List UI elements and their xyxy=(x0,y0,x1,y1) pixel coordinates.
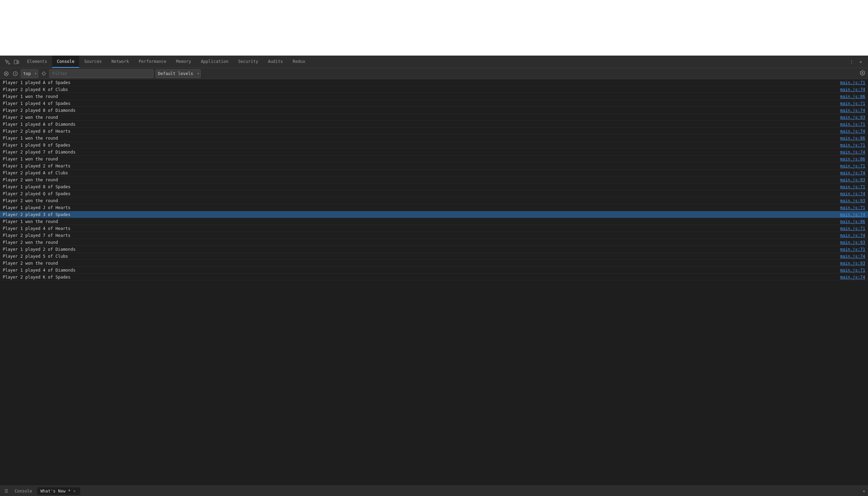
table-row[interactable]: Player 1 played A of Spadesmain.js:71 xyxy=(0,79,868,86)
table-row[interactable]: Player 1 played A of Diamondsmain.js:71 xyxy=(0,121,868,128)
console-source-link[interactable]: main.js:74 xyxy=(840,171,865,175)
console-message: Player 1 played J of Hearts xyxy=(3,205,837,210)
table-row[interactable]: Player 2 played 7 of Diamondsmain.js:74 xyxy=(0,149,868,156)
more-tabs-icon[interactable]: ⋮ xyxy=(849,59,855,65)
tab-console[interactable]: Console xyxy=(52,56,80,68)
context-select-wrapper[interactable]: top xyxy=(21,69,38,78)
console-source-link[interactable]: main.js:74 xyxy=(840,191,865,196)
console-source-link[interactable]: main.js:74 xyxy=(840,108,865,113)
level-select-wrapper[interactable]: Default levels xyxy=(156,69,201,78)
console-toolbar: top Default levels xyxy=(0,68,868,79)
console-source-link[interactable]: main.js:71 xyxy=(840,226,865,231)
preserve-log-icon[interactable] xyxy=(12,70,19,77)
console-source-link[interactable]: main.js:71 xyxy=(840,205,865,210)
console-source-link[interactable]: main.js:71 xyxy=(840,164,865,168)
console-source-link[interactable]: main.js:71 xyxy=(840,143,865,148)
bottom-tab-whats-new[interactable]: What's New * ✕ xyxy=(37,487,81,495)
table-row[interactable]: Player 1 won the roundmain.js:86 xyxy=(0,135,868,142)
console-output[interactable]: Player 1 played A of Spadesmain.js:71Pla… xyxy=(0,79,868,486)
tab-sources[interactable]: Sources xyxy=(79,56,107,68)
table-row[interactable]: Player 1 played 8 of Spadesmain.js:71 xyxy=(0,183,868,190)
console-source-link[interactable]: main.js:86 xyxy=(840,157,865,162)
table-row[interactable]: Player 1 played J of Heartsmain.js:71 xyxy=(0,204,868,211)
table-row[interactable]: Player 1 won the roundmain.js:86 xyxy=(0,93,868,100)
console-source-link[interactable]: main.js:86 xyxy=(840,94,865,99)
table-row[interactable]: Player 2 played 7 of Heartsmain.js:74 xyxy=(0,232,868,239)
console-source-link[interactable]: main.js:93 xyxy=(840,240,865,245)
console-message: Player 1 played A of Diamonds xyxy=(3,122,837,127)
console-source-link[interactable]: main.js:74 xyxy=(840,233,865,238)
console-source-link[interactable]: main.js:74 xyxy=(840,212,865,217)
filter-input[interactable] xyxy=(49,69,153,78)
tab-network[interactable]: Network xyxy=(107,56,134,68)
console-source-link[interactable]: main.js:74 xyxy=(840,129,865,134)
console-message: Player 2 won the round xyxy=(3,115,837,120)
table-row[interactable]: Player 2 won the roundmain.js:93 xyxy=(0,260,868,267)
console-source-link[interactable]: main.js:71 xyxy=(840,184,865,189)
console-source-link[interactable]: main.js:74 xyxy=(840,150,865,155)
console-source-link[interactable]: main.js:86 xyxy=(840,136,865,141)
table-row[interactable]: Player 2 played Q of Spadesmain.js:74 xyxy=(0,190,868,197)
table-row[interactable]: Player 2 played 3 of Spadesmain.js:74 xyxy=(0,211,868,218)
console-source-link[interactable]: main.js:86 xyxy=(840,219,865,224)
table-row[interactable]: Player 2 won the roundmain.js:93 xyxy=(0,197,868,204)
console-message: Player 1 won the round xyxy=(3,136,837,141)
svg-point-7 xyxy=(42,72,45,75)
bottom-bar-menu-icon[interactable]: ☰ xyxy=(3,488,10,495)
table-row[interactable]: Player 1 played 4 of Heartsmain.js:71 xyxy=(0,225,868,232)
console-message: Player 2 played A of Clubs xyxy=(3,171,837,175)
console-source-link[interactable]: main.js:93 xyxy=(840,198,865,203)
show-live-expression-icon[interactable] xyxy=(40,70,47,77)
console-message: Player 1 played 2 of Diamonds xyxy=(3,247,837,252)
console-message: Player 2 played Q of Spades xyxy=(3,191,837,196)
bottom-tab-console[interactable]: Console xyxy=(11,487,36,495)
console-settings-icon[interactable] xyxy=(860,70,865,77)
table-row[interactable]: Player 1 played 4 of Diamondsmain.js:71 xyxy=(0,267,868,274)
table-row[interactable]: Player 2 played K of Clubsmain.js:74 xyxy=(0,86,868,93)
table-row[interactable]: Player 2 played K of Spadesmain.js:74 xyxy=(0,274,868,281)
table-row[interactable]: Player 1 played 2 of Heartsmain.js:71 xyxy=(0,163,868,170)
console-source-link[interactable]: main.js:71 xyxy=(840,247,865,252)
table-row[interactable]: Player 2 won the roundmain.js:93 xyxy=(0,239,868,246)
level-select[interactable]: Default levels xyxy=(156,69,201,78)
tab-audits[interactable]: Audits xyxy=(263,56,288,68)
bottom-tab-close-icon[interactable]: ✕ xyxy=(72,489,77,494)
table-row[interactable]: Player 2 played A of Clubsmain.js:74 xyxy=(0,170,868,176)
table-row[interactable]: Player 1 played 4 of Spadesmain.js:71 xyxy=(0,100,868,107)
tab-security[interactable]: Security xyxy=(233,56,263,68)
clear-console-icon[interactable] xyxy=(3,70,10,77)
tab-application[interactable]: Application xyxy=(196,56,233,68)
console-source-link[interactable]: main.js:93 xyxy=(840,115,865,120)
context-select[interactable]: top xyxy=(21,69,38,78)
console-source-link[interactable]: main.js:71 xyxy=(840,268,865,273)
table-row[interactable]: Player 2 won the roundmain.js:93 xyxy=(0,114,868,121)
console-source-link[interactable]: main.js:71 xyxy=(840,122,865,127)
console-message: Player 1 won the round xyxy=(3,219,837,224)
inspect-icon[interactable] xyxy=(4,59,10,65)
table-row[interactable]: Player 2 won the roundmain.js:93 xyxy=(0,176,868,183)
tabs-container: Elements Console Sources Network Perform… xyxy=(22,56,846,68)
console-message: Player 2 won the round xyxy=(3,261,837,266)
console-source-link[interactable]: main.js:74 xyxy=(840,275,865,280)
tab-memory[interactable]: Memory xyxy=(171,56,196,68)
close-devtools-icon[interactable]: ✕ xyxy=(858,59,864,65)
bottom-bar-close-icon[interactable]: ✕ xyxy=(860,489,868,494)
table-row[interactable]: Player 1 won the roundmain.js:86 xyxy=(0,156,868,163)
table-row[interactable]: Player 2 played 8 of Diamondsmain.js:74 xyxy=(0,107,868,114)
tab-elements[interactable]: Elements xyxy=(22,56,52,68)
console-source-link[interactable]: main.js:74 xyxy=(840,254,865,259)
console-source-link[interactable]: main.js:71 xyxy=(840,80,865,85)
table-row[interactable]: Player 1 played 2 of Diamondsmain.js:71 xyxy=(0,246,868,253)
console-source-link[interactable]: main.js:74 xyxy=(840,87,865,92)
table-row[interactable]: Player 2 played 5 of Clubsmain.js:74 xyxy=(0,253,868,260)
console-source-link[interactable]: main.js:93 xyxy=(840,177,865,182)
table-row[interactable]: Player 1 won the roundmain.js:86 xyxy=(0,218,868,225)
table-row[interactable]: Player 2 played 8 of Heartsmain.js:74 xyxy=(0,128,868,135)
table-row[interactable]: Player 1 played 9 of Spadesmain.js:71 xyxy=(0,142,868,149)
tab-redux[interactable]: Redux xyxy=(288,56,310,68)
console-source-link[interactable]: main.js:71 xyxy=(840,101,865,106)
device-toggle-icon[interactable] xyxy=(13,59,19,65)
tab-performance[interactable]: Performance xyxy=(134,56,171,68)
devtools-panel: Elements Console Sources Network Perform… xyxy=(0,56,868,496)
console-source-link[interactable]: main.js:93 xyxy=(840,261,865,266)
